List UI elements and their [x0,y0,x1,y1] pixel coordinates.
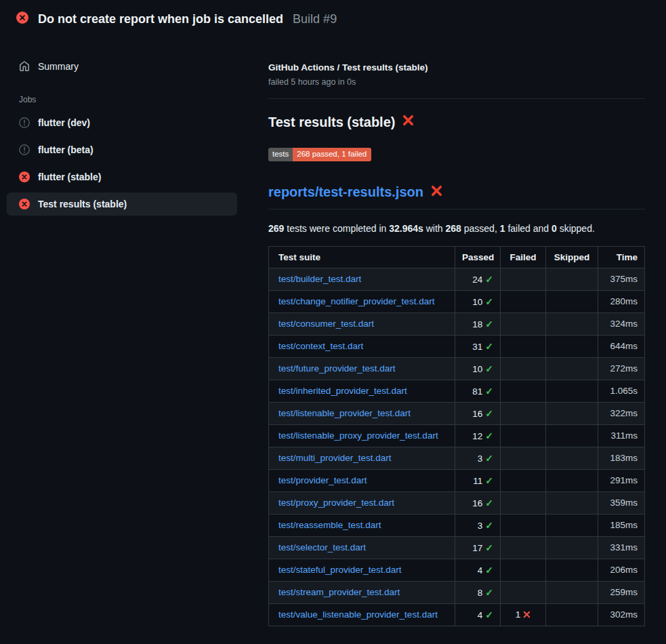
table-row: test/builder_test.dart24✓375ms [269,268,645,290]
summary-text: 269 tests were completed in 32.964s with… [268,223,645,234]
passed-count: 3 [478,454,483,464]
sidebar-jobs-label: Jobs [19,95,257,104]
check-icon: ✓ [485,408,493,419]
divider [268,98,645,99]
check-icon: ✓ [485,430,493,441]
passed-count: 11 [473,476,482,486]
check-icon: ✓ [485,319,493,329]
time-value: 375ms [598,268,645,290]
column-header-time: Time [598,246,645,268]
table-row: test/multi_provider_test.dart3✓183ms [269,447,645,469]
check-icon: ✓ [485,296,493,307]
sidebar-item-job-3[interactable]: Test results (stable) [7,193,237,216]
run-failed-icon [16,12,28,26]
table-header-row: Test suitePassedFailedSkippedTime [269,246,645,268]
passed-count: 18 [472,319,482,329]
column-header-test-suite: Test suite [269,246,455,268]
passed-count: 81 [472,386,482,397]
column-header-passed: Passed [455,246,501,268]
suite-link[interactable]: test/listenable_proxy_provider_test.dart [278,430,438,441]
passed-count: 31 [472,342,482,352]
breadcrumb: GitHub Actions / Test results (stable) [268,62,645,73]
suite-link[interactable]: test/builder_test.dart [278,274,361,284]
passed-count: 16 [472,409,482,419]
page-header: Do not create report when job is cancell… [0,0,666,38]
sidebar-item-job-2[interactable]: flutter (stable) [7,165,237,188]
table-row: test/context_test.dart31✓644ms [269,335,645,357]
cross-icon [523,611,530,618]
suite-link[interactable]: test/change_notifier_provider_test.dart [278,296,434,306]
sidebar-item-summary[interactable]: Summary [7,56,237,77]
table-row: test/future_provider_test.dart10✓272ms [269,357,645,380]
time-value: 280ms [598,290,645,313]
column-header-skipped: Skipped [546,246,598,268]
passed-count: 10 [472,364,482,374]
passed-count: 4 [478,565,483,576]
table-row: test/change_notifier_provider_test.dart1… [269,290,645,313]
main-content: GitHub Actions / Test results (stable) f… [257,38,666,626]
suite-link[interactable]: test/proxy_provider_test.dart [278,498,394,508]
time-value: 259ms [598,581,645,603]
passed-count: 17 [472,543,482,553]
passed-count: 16 [472,498,482,508]
neutral-status-icon [19,117,30,128]
results-table: Test suitePassedFailedSkippedTime test/b… [268,246,645,626]
passed-count: 12 [472,431,482,441]
check-icon: ✓ [485,498,493,508]
fail-x-icon [402,114,415,130]
report-link[interactable]: reports/test-results.json [268,184,423,200]
time-value: 291ms [598,469,645,491]
build-number: Build #9 [293,12,337,26]
check-icon: ✓ [485,274,493,285]
suite-link[interactable]: test/reassemble_test.dart [278,520,381,530]
neutral-status-icon [19,144,30,155]
check-icon: ✓ [485,520,493,531]
passed-count: 3 [478,521,483,531]
suite-link[interactable]: test/stream_provider_test.dart [278,587,400,597]
sidebar-summary-label: Summary [38,61,79,72]
failed-count: 1 [516,609,521,620]
table-row: test/proxy_provider_test.dart16✓359ms [269,491,645,514]
check-icon: ✓ [485,386,493,397]
failed-status-icon [19,199,30,209]
check-icon: ✓ [485,609,493,620]
time-value: 331ms [598,536,645,559]
check-icon: ✓ [485,341,493,352]
sidebar-item-job-1[interactable]: flutter (beta) [7,138,237,161]
sidebar-item-job-0[interactable]: flutter (dev) [7,111,237,134]
table-row: test/stateful_provider_test.dart4✓206ms [269,559,645,581]
job-label: flutter (beta) [38,144,93,155]
suite-link[interactable]: test/context_test.dart [278,341,363,351]
time-value: 322ms [598,402,645,424]
suite-link[interactable]: test/inherited_provider_test.dart [278,386,407,396]
passed-count: 4 [478,610,483,620]
time-value: 359ms [598,491,645,514]
time-value: 183ms [598,447,645,469]
sidebar-jobs-list: flutter (dev)flutter (beta)flutter (stab… [0,111,257,216]
results-table-body: test/builder_test.dart24✓375mstest/chang… [269,268,645,626]
run-title: Do not create report when job is cancell… [38,12,283,26]
tests-status-badge: tests 268 passed, 1 failed [268,148,371,161]
suite-link[interactable]: test/value_listenable_provider_test.dart [278,609,438,620]
suite-link[interactable]: test/future_provider_test.dart [278,363,396,374]
suite-link[interactable]: test/consumer_test.dart [278,319,374,329]
fail-x-icon [430,184,443,201]
table-row: test/listenable_provider_test.dart16✓322… [269,402,645,424]
badge-value: 268 passed, 1 failed [293,148,371,161]
home-icon [19,61,30,72]
column-header-failed: Failed [501,246,546,268]
suite-link[interactable]: test/stateful_provider_test.dart [278,565,402,575]
suite-link[interactable]: test/selector_test.dart [278,542,366,552]
passed-count: 10 [472,297,482,307]
suite-link[interactable]: test/listenable_provider_test.dart [278,408,411,418]
time-value: 272ms [598,357,645,380]
section-title-text: Test results (stable) [268,115,395,130]
check-icon: ✓ [485,565,493,576]
job-label: Test results (stable) [38,199,127,209]
suite-link[interactable]: test/provider_test.dart [278,475,367,485]
suite-link[interactable]: test/multi_provider_test.dart [278,453,392,463]
job-label: flutter (dev) [38,117,90,128]
status-text: failed 5 hours ago in 0s [268,77,645,87]
table-row: test/selector_test.dart17✓331ms [269,536,645,559]
report-title: reports/test-results.json [268,184,645,201]
